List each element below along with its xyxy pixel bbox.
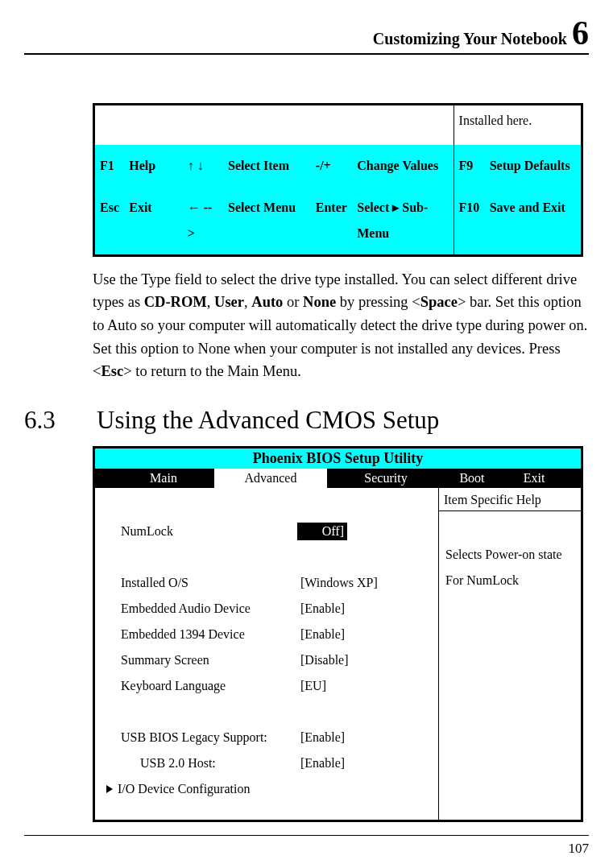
- submenu-triangle-icon: [106, 785, 113, 793]
- key-f10: F10: [459, 200, 480, 214]
- key-esc: Esc: [100, 200, 119, 214]
- setting-label: USB BIOS Legacy Support:: [121, 730, 300, 745]
- help-text-line1: Selects Power-on state: [445, 542, 574, 568]
- page-number: 107: [569, 841, 590, 857]
- setting-usb2-host[interactable]: USB 2.0 Host: [Enable]: [95, 750, 438, 776]
- setting-label: NumLock: [121, 524, 300, 539]
- chapter-number: 6: [572, 16, 589, 50]
- bios-settings: NumLock Off] Installed O/S [Windows XP] …: [95, 488, 438, 820]
- section-heading: 6.3 Using the Advanced CMOS Setup: [24, 406, 589, 435]
- setting-summary-screen[interactable]: Summary Screen [Disable]: [95, 647, 438, 673]
- bios-help-pane: Item Specific Help Selects Power-on stat…: [438, 488, 581, 820]
- setting-label: Keyboard Language: [121, 679, 300, 693]
- setting-numlock[interactable]: NumLock Off]: [95, 519, 438, 544]
- setting-label: Summary Screen: [121, 653, 300, 668]
- setting-label: I/O Device Configuration: [118, 782, 250, 796]
- key-setup-defaults: Setup Defaults: [490, 159, 570, 172]
- setting-label: USB 2.0 Host:: [121, 756, 300, 771]
- section-number: 6.3: [24, 406, 97, 435]
- key-arrows: ↑ ↓: [188, 159, 204, 172]
- setting-label: Embedded Audio Device: [121, 601, 300, 616]
- setting-io-device-config[interactable]: I/O Device Configuration: [95, 776, 438, 802]
- key-change-values: Change Values: [357, 159, 438, 172]
- setting-label: Installed O/S: [121, 576, 300, 590]
- help-header: Item Specific Help: [439, 491, 581, 511]
- footer-rule: [24, 835, 589, 836]
- tab-exit[interactable]: Exit: [511, 469, 557, 488]
- setting-installed-os[interactable]: Installed O/S [Windows XP]: [95, 570, 438, 596]
- key-select-menu: Select Menu: [228, 200, 296, 214]
- setting-1394-device[interactable]: Embedded 1394 Device [Enable]: [95, 622, 438, 647]
- setting-value: [Enable]: [300, 627, 345, 642]
- setting-audio-device[interactable]: Embedded Audio Device [Enable]: [95, 596, 438, 622]
- key-f1-help: Help: [129, 159, 155, 172]
- key-lr-arrows: ← -->: [188, 200, 213, 240]
- tab-advanced[interactable]: Advanced: [214, 469, 327, 488]
- key-enter: Enter: [316, 200, 347, 214]
- key-f1: F1: [100, 159, 114, 172]
- section-title: Using the Advanced CMOS Setup: [97, 406, 439, 435]
- header-title: Customizing Your Notebook: [373, 30, 567, 48]
- header-rule: [24, 53, 589, 55]
- setting-value: [Windows XP]: [300, 576, 378, 590]
- key-minus-plus: -/+: [316, 159, 331, 172]
- installed-here: Installed here.: [454, 105, 582, 145]
- key-f9: F9: [459, 159, 474, 172]
- setting-value: [Disable]: [300, 653, 349, 668]
- key-save-exit: Save and Exit: [490, 200, 565, 214]
- key-select-submenu: Select ▸ Sub-Menu: [357, 200, 428, 240]
- tab-main[interactable]: Main: [124, 469, 203, 488]
- setting-value: [Enable]: [300, 730, 345, 745]
- key-exit: Exit: [129, 200, 151, 214]
- body-paragraph: Use the Type field to select the drive t…: [93, 268, 589, 383]
- tab-boot[interactable]: Boot: [445, 469, 499, 488]
- setting-value: [EU]: [300, 679, 326, 693]
- setting-usb-legacy[interactable]: USB BIOS Legacy Support: [Enable]: [95, 725, 438, 750]
- bios-tabs: Main Advanced Security Boot Exit: [95, 469, 581, 488]
- bios-title: Phoenix BIOS Setup Utility: [95, 448, 581, 469]
- bios-setup-utility: Phoenix BIOS Setup Utility Main Advanced…: [93, 446, 583, 822]
- setting-label: Embedded 1394 Device: [121, 627, 300, 642]
- page-header: Customizing Your Notebook 6: [24, 16, 589, 53]
- nav-help-table: Installed here. F1 Help ↑ ↓ Select Item …: [93, 103, 583, 257]
- key-select-item: Select Item: [228, 159, 289, 172]
- setting-keyboard-language[interactable]: Keyboard Language [EU]: [95, 673, 438, 699]
- help-text-line2: For NumLock: [445, 568, 574, 593]
- tab-security[interactable]: Security: [338, 469, 433, 488]
- setting-value: [Enable]: [300, 601, 345, 616]
- setting-value: [Enable]: [300, 756, 345, 771]
- setting-value: Off]: [297, 523, 347, 540]
